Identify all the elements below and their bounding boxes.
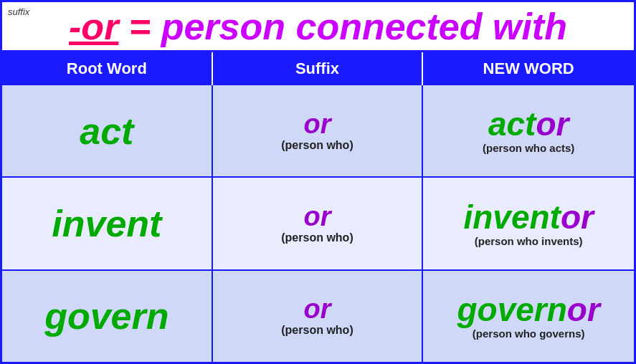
col-header-suffix: Suffix bbox=[213, 52, 424, 85]
column-headers: Root Word Suffix NEW WORD bbox=[2, 52, 634, 85]
cell-suffix-2: or (person who) bbox=[213, 178, 424, 269]
new-word-desc-2: (person who invents) bbox=[475, 235, 583, 247]
root-word-2: invent bbox=[52, 205, 161, 242]
cell-root-2: invent bbox=[2, 178, 213, 269]
suffix-desc-1: (person who) bbox=[281, 139, 353, 152]
new-word-root-1: act bbox=[488, 105, 536, 143]
suffix-desc-3: (person who) bbox=[281, 324, 353, 337]
table-body: act or (person who) actor (person who ac… bbox=[2, 85, 634, 362]
title-rest: person connected with bbox=[161, 6, 567, 47]
table-container: Root Word Suffix NEW WORD act or (person… bbox=[2, 52, 634, 362]
new-word-display-3: governor bbox=[457, 293, 599, 326]
new-word-root-3: govern bbox=[457, 291, 566, 328]
new-word-desc-1: (person who acts) bbox=[483, 142, 574, 154]
new-word-suffix-2: or bbox=[561, 198, 594, 236]
cell-suffix-3: or (person who) bbox=[213, 271, 424, 362]
suffix-or-3: or bbox=[303, 295, 331, 322]
cell-suffix-1: or (person who) bbox=[213, 85, 424, 176]
header-title: -or = person connected with bbox=[9, 6, 627, 47]
suffix-or-1: or bbox=[303, 110, 331, 138]
table-row: govern or (person who) governor (person … bbox=[2, 271, 634, 362]
cell-root-3: govern bbox=[2, 271, 213, 362]
root-word-1: act bbox=[80, 112, 133, 150]
new-word-desc-3: (person who governs) bbox=[473, 327, 585, 340]
new-word-display-1: actor bbox=[488, 107, 569, 140]
suffix-logo: suffix bbox=[8, 6, 29, 17]
title-equals: = bbox=[118, 6, 161, 47]
cell-root-1: act bbox=[2, 85, 213, 176]
new-word-suffix-3: or bbox=[567, 291, 600, 328]
table-row: invent or (person who) inventor (person … bbox=[2, 178, 634, 270]
cell-new-word-2: inventor (person who invents) bbox=[423, 178, 634, 269]
header: suffix -or = person connected with bbox=[2, 2, 634, 52]
new-word-display-2: inventor bbox=[463, 201, 593, 234]
page-wrapper: suffix -or = person connected with Root … bbox=[0, 0, 636, 364]
cell-new-word-1: actor (person who acts) bbox=[423, 85, 634, 176]
cell-new-word-3: governor (person who governs) bbox=[423, 271, 634, 362]
table-row: act or (person who) actor (person who ac… bbox=[2, 85, 634, 178]
suffix-desc-2: (person who) bbox=[281, 231, 353, 244]
suffix-or-2: or bbox=[303, 203, 331, 230]
col-header-new-word: NEW WORD bbox=[423, 52, 634, 85]
new-word-root-2: invent bbox=[463, 198, 560, 236]
new-word-suffix-1: or bbox=[536, 105, 569, 143]
col-header-root: Root Word bbox=[2, 52, 213, 85]
title-dash-or: -or bbox=[69, 6, 118, 47]
root-word-3: govern bbox=[44, 297, 169, 335]
